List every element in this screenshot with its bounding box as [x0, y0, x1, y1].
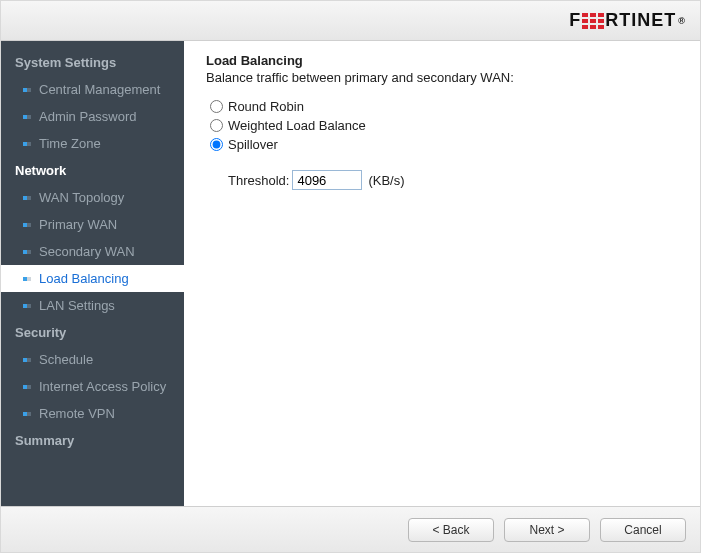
bullet-icon: [23, 302, 31, 310]
sidebar-section-summary[interactable]: Summary: [1, 427, 184, 454]
bullet-icon: [23, 86, 31, 94]
svg-rect-26: [23, 358, 27, 362]
bullet-icon: [23, 194, 31, 202]
sidebar-item-label: Remote VPN: [39, 405, 115, 422]
radio-row-round-robin: Round Robin: [210, 99, 678, 114]
svg-rect-3: [582, 19, 588, 23]
sidebar: System Settings Central Management Admin…: [1, 41, 184, 506]
svg-rect-4: [590, 19, 596, 23]
brand-pre: F: [569, 10, 581, 31]
brand-trademark: ®: [678, 16, 686, 26]
sidebar-item-load-balancing[interactable]: Load Balancing: [1, 265, 184, 292]
brand-logo: F RTINET®: [569, 10, 686, 31]
balance-mode-radio-group: Round Robin Weighted Load Balance Spillo…: [210, 99, 678, 152]
sidebar-item-label: Admin Password: [39, 108, 137, 125]
sidebar-item-label: Central Management: [39, 81, 160, 98]
radio-label-round-robin: Round Robin: [228, 99, 304, 114]
bullet-icon: [23, 221, 31, 229]
threshold-input[interactable]: [292, 170, 362, 190]
svg-rect-0: [582, 13, 588, 17]
svg-rect-20: [23, 250, 27, 254]
svg-rect-16: [23, 196, 27, 200]
sidebar-item-admin-password[interactable]: Admin Password: [1, 103, 184, 130]
bullet-icon: [23, 356, 31, 364]
back-button[interactable]: < Back: [408, 518, 494, 542]
svg-rect-12: [23, 115, 27, 119]
sidebar-item-label: LAN Settings: [39, 297, 115, 314]
sidebar-item-schedule[interactable]: Schedule: [1, 346, 184, 373]
sidebar-section-security[interactable]: Security: [1, 319, 184, 346]
page-description: Balance traffic between primary and seco…: [206, 70, 678, 85]
sidebar-item-central-management[interactable]: Central Management: [1, 76, 184, 103]
svg-rect-14: [23, 142, 27, 146]
svg-rect-7: [590, 25, 596, 29]
svg-rect-28: [23, 385, 27, 389]
content-pane: Load Balancing Balance traffic between p…: [184, 41, 700, 506]
sidebar-item-primary-wan[interactable]: Primary WAN: [1, 211, 184, 238]
sidebar-item-label: Time Zone: [39, 135, 101, 152]
radio-round-robin[interactable]: [210, 100, 223, 113]
app-window: F RTINET® System Settings Central Manage…: [0, 0, 701, 553]
bullet-icon: [23, 140, 31, 148]
svg-rect-2: [598, 13, 604, 17]
sidebar-section-system-settings[interactable]: System Settings: [1, 49, 184, 76]
sidebar-item-label: Secondary WAN: [39, 243, 135, 260]
radio-spillover[interactable]: [210, 138, 223, 151]
bullet-icon: [23, 275, 31, 283]
page-title: Load Balancing: [206, 53, 678, 68]
cancel-button[interactable]: Cancel: [600, 518, 686, 542]
bullet-icon: [23, 410, 31, 418]
sidebar-item-time-zone[interactable]: Time Zone: [1, 130, 184, 157]
sidebar-item-label: Internet Access Policy: [39, 378, 166, 395]
fortinet-mark-icon: [582, 13, 604, 29]
radio-label-weighted: Weighted Load Balance: [228, 118, 366, 133]
body-split: System Settings Central Management Admin…: [1, 41, 700, 506]
bullet-icon: [23, 113, 31, 121]
svg-rect-6: [582, 25, 588, 29]
radio-label-spillover: Spillover: [228, 137, 278, 152]
next-button[interactable]: Next >: [504, 518, 590, 542]
radio-row-weighted: Weighted Load Balance: [210, 118, 678, 133]
sidebar-item-internet-access-policy[interactable]: Internet Access Policy: [1, 373, 184, 400]
sidebar-item-label: Primary WAN: [39, 216, 117, 233]
threshold-row: Threshold: (KB/s): [228, 170, 678, 190]
threshold-unit: (KB/s): [368, 173, 404, 188]
sidebar-item-label: WAN Topology: [39, 189, 124, 206]
sidebar-item-label: Load Balancing: [39, 270, 129, 287]
svg-rect-22: [23, 277, 27, 281]
svg-rect-5: [598, 19, 604, 23]
sidebar-item-secondary-wan[interactable]: Secondary WAN: [1, 238, 184, 265]
header-bar: F RTINET®: [1, 1, 700, 41]
sidebar-item-wan-topology[interactable]: WAN Topology: [1, 184, 184, 211]
radio-row-spillover: Spillover: [210, 137, 678, 152]
sidebar-item-remote-vpn[interactable]: Remote VPN: [1, 400, 184, 427]
sidebar-section-network[interactable]: Network: [1, 157, 184, 184]
svg-rect-18: [23, 223, 27, 227]
svg-rect-8: [598, 25, 604, 29]
brand-post: RTINET: [605, 10, 676, 31]
svg-rect-10: [23, 88, 27, 92]
svg-rect-30: [23, 412, 27, 416]
bullet-icon: [23, 383, 31, 391]
radio-weighted[interactable]: [210, 119, 223, 132]
svg-rect-1: [590, 13, 596, 17]
sidebar-item-label: Schedule: [39, 351, 93, 368]
svg-rect-24: [23, 304, 27, 308]
threshold-label: Threshold:: [228, 173, 289, 188]
sidebar-item-lan-settings[interactable]: LAN Settings: [1, 292, 184, 319]
footer-bar: < Back Next > Cancel: [1, 506, 700, 552]
bullet-icon: [23, 248, 31, 256]
